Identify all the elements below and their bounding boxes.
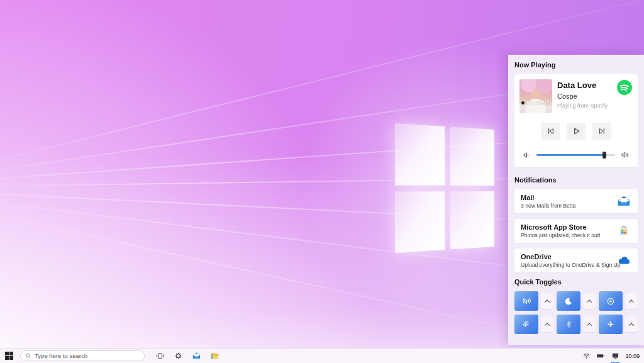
now-playing-card: MY MUSIC Data Love Cospe Playing from Sp… bbox=[514, 74, 638, 167]
desktop: Now Playing MY MUSIC Data Love Cospe Pla… bbox=[0, 0, 644, 363]
hotspot-icon bbox=[521, 296, 532, 306]
notification-onedrive[interactable]: OneDrive Upload everything to OneDrive &… bbox=[514, 249, 638, 272]
play-icon bbox=[571, 126, 582, 137]
windows-start-icon bbox=[5, 352, 13, 360]
chevron-up-icon bbox=[587, 323, 592, 328]
volume-slider-fill bbox=[536, 154, 604, 156]
taskbar-search[interactable] bbox=[20, 350, 145, 361]
quick-toggle-wifi-expand[interactable] bbox=[541, 316, 553, 332]
chevron-up-icon bbox=[545, 299, 550, 304]
mail-app-button[interactable] bbox=[191, 350, 202, 361]
taskbar-clock[interactable]: 10:09 bbox=[625, 353, 640, 359]
focus-assist-icon bbox=[606, 296, 616, 306]
settings-gear-icon bbox=[174, 351, 183, 360]
search-icon bbox=[25, 352, 31, 359]
quick-toggle-airplane-mode[interactable]: ✈ bbox=[599, 315, 623, 334]
search-input[interactable] bbox=[35, 352, 140, 359]
next-track-icon bbox=[597, 126, 608, 137]
previous-track-button[interactable] bbox=[541, 123, 560, 140]
now-playing-header: Now Playing bbox=[514, 61, 638, 69]
quick-toggle-bluetooth[interactable] bbox=[557, 315, 580, 334]
file-explorer-button[interactable] bbox=[209, 350, 220, 361]
quick-toggle-night-light-expand[interactable] bbox=[583, 293, 596, 309]
track-title: Data Love bbox=[557, 81, 611, 90]
onedrive-icon bbox=[616, 253, 631, 268]
album-art-caption: MY MUSIC bbox=[521, 101, 550, 105]
volume-high-icon[interactable] bbox=[620, 150, 630, 160]
mail-icon bbox=[616, 194, 631, 209]
playback-source: Playing from Spotify bbox=[557, 103, 611, 109]
quick-toggle-wifi[interactable] bbox=[514, 315, 538, 334]
quick-toggle-hotspot[interactable] bbox=[514, 291, 538, 311]
volume-slider[interactable] bbox=[536, 154, 615, 156]
quick-toggle-focus-assist-expand[interactable] bbox=[625, 293, 638, 309]
notifications-header: Notifications bbox=[514, 176, 638, 184]
app-store-icon bbox=[616, 223, 631, 238]
task-view-button[interactable] bbox=[155, 350, 165, 361]
start-button[interactable] bbox=[0, 349, 18, 363]
airplane-mode-icon: ✈ bbox=[608, 320, 614, 328]
notifications-section: Notifications Mail 3 new Mails from Bett… bbox=[514, 176, 638, 272]
chevron-up-icon bbox=[629, 323, 634, 328]
night-light-icon bbox=[564, 296, 574, 306]
wifi-icon bbox=[521, 319, 532, 330]
quick-toggle-night-light[interactable] bbox=[557, 291, 580, 311]
windows-logo-wallpaper bbox=[395, 123, 494, 253]
bluetooth-icon bbox=[564, 320, 574, 329]
play-button[interactable] bbox=[567, 123, 586, 140]
quick-toggles-header: Quick Toggles bbox=[514, 278, 638, 286]
track-artist: Cospe bbox=[557, 92, 611, 100]
windows-logo-pane bbox=[450, 191, 494, 250]
chevron-up-icon bbox=[629, 299, 634, 304]
album-art-badge-icon bbox=[521, 101, 525, 105]
spotify-icon bbox=[616, 79, 633, 96]
album-art: MY MUSIC bbox=[519, 79, 552, 113]
notification-mail[interactable]: Mail 3 new Mails from Betta bbox=[514, 189, 638, 213]
file-explorer-icon bbox=[210, 351, 219, 360]
quick-toggle-bluetooth-expand[interactable] bbox=[583, 316, 596, 332]
windows-logo-pane bbox=[450, 127, 494, 186]
quick-toggles-section: Quick Toggles bbox=[514, 278, 638, 334]
wifi-tray-icon[interactable] bbox=[582, 352, 591, 360]
windows-logo-pane bbox=[395, 123, 444, 185]
notification-app-store[interactable]: Microsoft App Store Photos just updated,… bbox=[514, 219, 638, 243]
quick-toggle-airplane-mode-expand[interactable] bbox=[625, 316, 638, 332]
chevron-up-icon bbox=[545, 323, 550, 328]
action-center-panel: Now Playing MY MUSIC Data Love Cospe Pla… bbox=[508, 55, 644, 345]
task-view-icon bbox=[155, 351, 165, 360]
volume-low-icon[interactable] bbox=[522, 150, 531, 160]
previous-track-icon bbox=[545, 126, 556, 137]
quick-toggle-focus-assist[interactable] bbox=[599, 291, 623, 311]
taskbar: 10:09 bbox=[0, 348, 644, 363]
next-track-button[interactable] bbox=[592, 123, 611, 140]
volume-slider-thumb[interactable] bbox=[602, 152, 606, 159]
mail-app-icon bbox=[192, 351, 201, 360]
battery-icon[interactable] bbox=[596, 352, 605, 360]
windows-logo-pane bbox=[395, 191, 444, 253]
display-tray-icon[interactable] bbox=[611, 352, 619, 360]
settings-button[interactable] bbox=[173, 350, 184, 361]
quick-toggle-hotspot-expand[interactable] bbox=[541, 293, 553, 309]
chevron-up-icon bbox=[587, 299, 592, 304]
